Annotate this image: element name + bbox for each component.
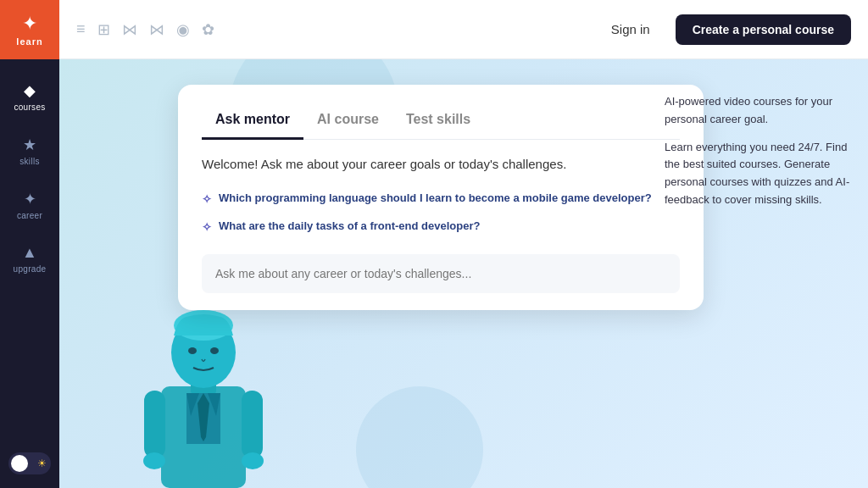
grid-icon[interactable]: ⊞ [97,20,110,39]
bg-decoration-2 [356,386,483,488]
suggestion-2-text: What are the daily tasks of a front-end … [219,219,480,232]
career-icon: ✦ [24,190,36,208]
suggestion-2[interactable]: ✧ What are the daily tasks of a front-en… [202,213,680,241]
create-course-button[interactable]: Create a personal course [676,14,851,45]
sidebar-item-career[interactable]: ✦ career [4,181,55,229]
card-tabs: Ask mentor AI course Test skills [202,105,680,140]
spark-icon-2: ✧ [202,220,212,234]
sidebar-item-upgrade[interactable]: ▲ upgrade [4,236,55,282]
svg-point-13 [242,452,264,469]
sidebar-logo[interactable]: ✦ learn [0,0,59,59]
topnav-icons: ≡ ⊞ ⋈ ⋈ ◉ ✿ [76,20,587,39]
sidebar-item-skills[interactable]: ★ skills [4,127,55,175]
main-area: ≡ ⊞ ⋈ ⋈ ◉ ✿ Sign in Create a personal co… [59,0,868,488]
svg-point-5 [210,347,219,354]
sidebar-bottom: ☀ [8,452,51,488]
sun-icon: ☀ [37,458,47,469]
tab-ask-mentor[interactable]: Ask mentor [202,105,303,140]
svg-point-12 [143,452,165,469]
right-text-para-2: Learn everything you need 24/7. Find the… [665,139,851,209]
topnav-actions: Sign in Create a personal course [598,14,851,45]
logo-text: learn [16,36,42,47]
chat-input-area[interactable] [202,254,680,293]
skills-icon: ★ [23,136,36,154]
suggestion-1-text: Which programming language should I lear… [219,191,652,204]
logo-icon: ✦ [22,13,37,35]
svg-rect-11 [242,391,263,458]
card-panel: Ask mentor AI course Test skills Welcome… [178,85,704,310]
nav-icon-2[interactable]: ⋈ [149,20,164,39]
sidebar-nav: ◆ courses ★ skills ✦ career ▲ upgrade [4,59,55,452]
sign-in-button[interactable]: Sign in [598,15,664,43]
upgrade-icon: ▲ [22,244,37,262]
welcome-text: Welcome! Ask me about your career goals … [202,157,680,171]
spark-icon-1: ✧ [202,192,212,206]
chat-input[interactable] [215,267,666,280]
topnav: ≡ ⊞ ⋈ ⋈ ◉ ✿ Sign in Create a personal co… [59,0,868,59]
courses-label: courses [14,103,45,112]
svg-point-4 [188,347,197,354]
suggestion-1[interactable]: ✧ Which programming language should I le… [202,185,680,213]
sidebar: ✦ learn ◆ courses ★ skills ✦ career ▲ up… [0,0,59,488]
courses-icon: ◆ [24,81,36,100]
sidebar-item-courses[interactable]: ◆ courses [4,73,55,120]
upgrade-label: upgrade [14,264,47,274]
tab-test-skills[interactable]: Test skills [392,105,484,140]
menu-icon[interactable]: ≡ [76,20,86,38]
settings-icon[interactable]: ✿ [202,20,214,39]
svg-rect-10 [144,391,165,458]
skills-label: skills [19,157,39,166]
tab-ai-course[interactable]: AI course [303,105,392,140]
circle-icon[interactable]: ◉ [176,20,190,39]
right-text-para-1: AI-powered video courses for your person… [665,93,851,129]
content-area: Ask mentor AI course Test skills Welcome… [59,59,868,488]
nav-icon-1[interactable]: ⋈ [122,20,137,39]
theme-toggle[interactable]: ☀ [8,452,51,474]
right-panel-text: AI-powered video courses for your person… [665,93,851,209]
career-label: career [17,211,42,220]
toggle-knob [11,455,28,472]
